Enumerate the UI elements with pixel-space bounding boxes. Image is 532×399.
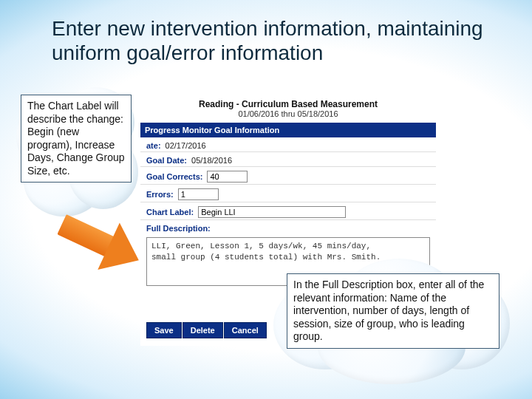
panel-header: Reading - Curriculum Based Measurement (140, 99, 436, 109)
input-chart-label[interactable] (198, 206, 346, 218)
label-date: ate: (146, 141, 161, 150)
input-errors[interactable] (178, 188, 219, 200)
slide: Enter new intervention information, main… (0, 0, 532, 399)
save-button[interactable]: Save (146, 322, 182, 338)
row-chart-label: Chart Label: (140, 202, 436, 220)
label-errors: Errors: (146, 190, 174, 199)
cancel-button[interactable]: Cancel (224, 322, 267, 338)
row-date: ate: 02/17/2016 (140, 137, 436, 152)
label-chart-label: Chart Label: (146, 208, 194, 216)
button-bar: Save Delete Cancel (146, 322, 267, 338)
section-bar: Progress Monitor Goal Information (140, 123, 436, 137)
row-goal-corrects: Goal Corrects: (140, 167, 436, 185)
label-goal-date: Goal Date: (146, 156, 187, 165)
slide-title: Enter new intervention information, main… (52, 16, 502, 65)
row-errors: Errors: (140, 185, 436, 202)
callout-text-1: The Chart Label will describe the change… (21, 95, 132, 183)
row-goal-date: Goal Date: 05/18/2016 (140, 152, 436, 167)
label-goal-corrects: Goal Corrects: (146, 172, 202, 181)
value-goal-date: 05/18/2016 (191, 156, 232, 165)
row-full-desc-label: Full Description: (140, 220, 436, 234)
panel-date-range: 01/06/2016 thru 05/18/2016 (140, 109, 436, 118)
delete-button[interactable]: Delete (183, 322, 223, 338)
label-full-description: Full Description: (146, 224, 211, 233)
value-date: 02/17/2016 (166, 141, 206, 150)
input-goal-corrects[interactable] (207, 171, 248, 183)
callout-text-2: In the Full Description box, enter all o… (287, 273, 499, 349)
